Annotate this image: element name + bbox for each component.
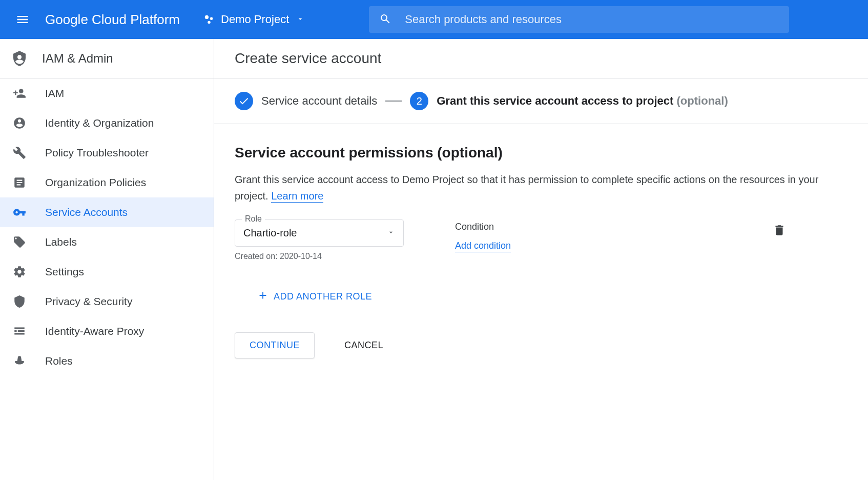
main-panel: Create service account Service account d…	[214, 39, 868, 480]
sidebar-item-iam[interactable]: IAM	[0, 78, 214, 108]
app-header: Google Cloud Platform Demo Project	[0, 0, 868, 39]
sidebar-label: Roles	[45, 355, 73, 367]
sidebar: IAM & Admin IAM Identity & Organization …	[0, 39, 214, 480]
step2-label[interactable]: Grant this service account access to pro…	[437, 94, 728, 108]
role-hint: Created on: 2020-10-14	[235, 252, 404, 261]
delete-role-button[interactable]	[773, 224, 848, 238]
sidebar-label: IAM	[45, 87, 64, 99]
hat-icon	[11, 354, 28, 368]
sidebar-item-settings[interactable]: Settings	[0, 257, 214, 287]
action-buttons: CONTINUE CANCEL	[235, 332, 848, 358]
project-icon	[203, 14, 215, 25]
section-title: Service account permissions (optional)	[235, 145, 848, 161]
hamburger-icon	[15, 12, 30, 27]
svg-point-1	[210, 17, 213, 20]
caret-down-icon	[387, 227, 395, 239]
caret-down-icon	[296, 13, 304, 26]
step2-number[interactable]: 2	[410, 92, 428, 110]
sidebar-label: Service Accounts	[45, 206, 128, 218]
sidebar-item-roles[interactable]: Roles	[0, 346, 214, 376]
wrench-icon	[11, 146, 28, 159]
shield-person-icon	[11, 50, 28, 67]
role-row: Role Chartio-role Created on: 2020-10-14…	[235, 219, 848, 261]
sidebar-label: Labels	[45, 236, 77, 248]
add-condition-link[interactable]: Add condition	[455, 241, 511, 252]
sidebar-item-iap[interactable]: Identity-Aware Proxy	[0, 316, 214, 346]
sidebar-label: Policy Troubleshooter	[45, 147, 149, 159]
person-add-icon	[11, 87, 28, 100]
sidebar-label: Organization Policies	[45, 176, 146, 189]
sidebar-item-identity-org[interactable]: Identity & Organization	[0, 108, 214, 138]
step1-complete-icon[interactable]	[235, 92, 253, 110]
gear-icon	[11, 265, 28, 278]
svg-rect-3	[14, 327, 25, 329]
tag-icon	[11, 235, 28, 249]
condition-label: Condition	[455, 222, 511, 232]
shield-icon	[11, 295, 28, 308]
svg-point-2	[208, 21, 211, 24]
sidebar-label: Settings	[45, 266, 84, 278]
menu-button[interactable]	[10, 7, 35, 32]
add-another-role-button[interactable]: ADD ANOTHER ROLE	[257, 290, 848, 304]
sidebar-item-service-accounts[interactable]: Service Accounts	[0, 197, 214, 227]
article-icon	[11, 176, 28, 189]
search-container[interactable]	[369, 6, 789, 33]
role-field-label: Role	[242, 214, 265, 224]
sidebar-item-labels[interactable]: Labels	[0, 227, 214, 257]
svg-rect-5	[18, 330, 25, 332]
step-divider	[385, 101, 402, 102]
step1-label[interactable]: Service account details	[261, 94, 377, 108]
project-name: Demo Project	[221, 13, 289, 26]
sidebar-label: Privacy & Security	[45, 295, 132, 308]
search-icon	[379, 13, 391, 27]
section-description: Grant this service account access to Dem…	[235, 171, 848, 204]
project-selector[interactable]: Demo Project	[195, 9, 313, 30]
trash-icon	[773, 224, 786, 237]
brand-name: Google Cloud Platform	[45, 12, 180, 28]
sidebar-item-privacy-security[interactable]: Privacy & Security	[0, 287, 214, 316]
sidebar-title: IAM & Admin	[0, 39, 214, 78]
main-header: Create service account	[214, 39, 868, 78]
continue-button[interactable]: CONTINUE	[235, 332, 315, 358]
page-title: Create service account	[235, 50, 381, 67]
iap-icon	[11, 325, 28, 338]
sidebar-label: Identity-Aware Proxy	[45, 325, 144, 337]
role-value: Chartio-role	[243, 227, 297, 239]
stepper: Service account details 2 Grant this ser…	[214, 78, 868, 124]
svg-rect-4	[14, 330, 16, 332]
sidebar-label: Identity & Organization	[45, 117, 154, 129]
sidebar-item-org-policies[interactable]: Organization Policies	[0, 168, 214, 197]
plus-icon	[257, 290, 268, 304]
cancel-button[interactable]: CANCEL	[330, 333, 398, 358]
sidebar-item-policy-troubleshooter[interactable]: Policy Troubleshooter	[0, 138, 214, 168]
key-icon	[11, 206, 28, 219]
learn-more-link[interactable]: Learn more	[271, 190, 323, 203]
search-input[interactable]	[405, 13, 779, 26]
svg-point-0	[205, 15, 209, 19]
svg-rect-6	[14, 333, 25, 334]
account-circle-icon	[11, 116, 28, 130]
